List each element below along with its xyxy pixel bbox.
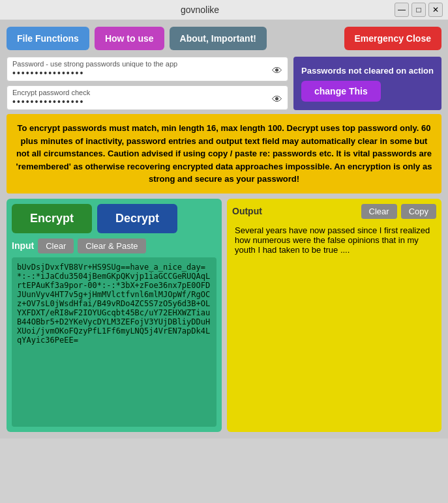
how-to-use-button[interactable]: How to use [95, 27, 164, 50]
clear-input-button[interactable]: Clear [38, 238, 74, 253]
about-button[interactable]: About, Important! [170, 27, 267, 50]
main-content: File Functions How to use About, Importa… [0, 20, 448, 438]
password-field-1-label: Password - use strong passwords unique t… [12, 60, 282, 68]
warning-text: To encrypt passwords must match, min len… [16, 123, 432, 184]
password-field-1-wrapper: Password - use strong passwords unique t… [7, 57, 288, 81]
input-textarea[interactable] [12, 257, 217, 427]
password-fields: Password - use strong passwords unique t… [7, 57, 288, 110]
file-functions-button[interactable]: File Functions [7, 27, 89, 50]
output-textarea[interactable] [232, 223, 436, 427]
action-buttons: Encrypt Decrypt [12, 204, 217, 233]
warning-box: To encrypt passwords must match, min len… [7, 114, 441, 194]
eye-icon-2[interactable]: 👁 [272, 94, 282, 106]
right-side-panel: Passwords not cleared on action change T… [293, 57, 441, 110]
password-field-2-dots: •••••••••••••••• [12, 96, 282, 107]
output-panel: Output Clear Copy [227, 199, 441, 432]
close-button[interactable]: ✕ [428, 3, 443, 17]
title-bar: govnolike — □ ✕ [0, 0, 448, 20]
password-field-2-label: Encrypt password check [12, 89, 282, 96]
bottom-section: Encrypt Decrypt Input Clear Clear & Past… [7, 199, 441, 432]
decrypt-button[interactable]: Decrypt [97, 204, 177, 233]
output-toolbar: Output Clear Copy [232, 204, 436, 219]
passwords-not-cleared-label: Passwords not cleared on action [301, 66, 434, 76]
output-label: Output [232, 206, 357, 216]
password-field-2-wrapper: Encrypt password check •••••••••••••••• … [7, 85, 288, 110]
input-label: Input [12, 240, 34, 251]
clear-output-button[interactable]: Clear [361, 204, 397, 219]
input-toolbar: Input Clear Clear & Paste [12, 238, 217, 253]
password-field-1-dots: •••••••••••••••• [12, 68, 282, 78]
change-this-button[interactable]: change This [301, 81, 381, 102]
app-title: govnolike [5, 5, 395, 15]
password-section: Password - use strong passwords unique t… [7, 57, 441, 110]
eye-icon-1[interactable]: 👁 [272, 65, 282, 77]
input-panel: Encrypt Decrypt Input Clear Clear & Past… [7, 199, 222, 432]
minimize-button[interactable]: — [395, 3, 409, 17]
window-controls: — □ ✕ [395, 3, 443, 17]
top-buttons-bar: File Functions How to use About, Importa… [7, 27, 441, 50]
copy-output-button[interactable]: Copy [401, 204, 436, 219]
clear-paste-button[interactable]: Clear & Paste [78, 238, 145, 253]
encrypt-button[interactable]: Encrypt [12, 204, 92, 233]
emergency-close-button[interactable]: Emergency Close [344, 27, 442, 50]
maximize-button[interactable]: □ [411, 3, 426, 17]
